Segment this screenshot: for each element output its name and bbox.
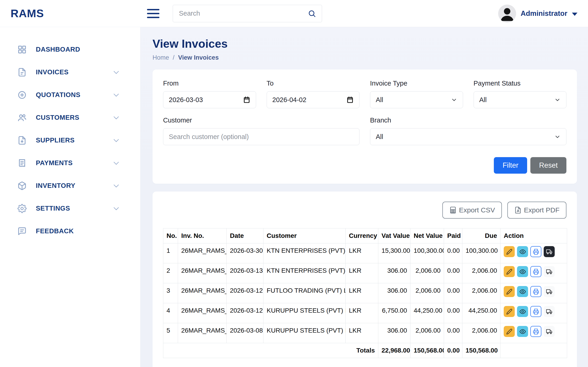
invoice-type-value: All (376, 96, 383, 104)
reset-button[interactable]: Reset (530, 157, 566, 174)
breadcrumb-home-link[interactable]: Home (153, 54, 169, 61)
print-button[interactable] (530, 326, 541, 337)
sidebar-item-label: SETTINGS (36, 205, 70, 212)
edit-button[interactable] (504, 326, 515, 337)
chat-icon (17, 227, 27, 236)
sidebar: DASHBOARD INVOICES QUOTATIONS CUSTOMERS (0, 27, 141, 367)
col-currency: Currency (346, 228, 378, 243)
col-due: Due (462, 228, 501, 243)
sidebar-item-invoices[interactable]: INVOICES (0, 61, 140, 83)
export-pdf-label: Export PDF (524, 206, 560, 214)
print-button[interactable] (530, 246, 541, 257)
gear-icon (17, 204, 27, 213)
plus-circle-icon (17, 90, 27, 100)
export-pdf-button[interactable]: Export PDF (507, 202, 566, 219)
customer-search-input[interactable] (163, 128, 359, 145)
export-csv-button[interactable]: Export CSV (442, 202, 502, 219)
table-row: 3 26MAR_RAMS_6 2026-03-12 FUTLOO TRADING… (163, 283, 567, 303)
file-icon (17, 68, 27, 77)
view-button[interactable] (517, 306, 528, 317)
col-vat-value: Vat Value (378, 228, 410, 243)
totals-label: Totals (163, 343, 378, 358)
col-action: Action (501, 228, 567, 243)
search-icon[interactable] (308, 9, 316, 18)
delivery-button[interactable] (544, 286, 555, 297)
edit-button[interactable] (504, 286, 515, 297)
export-csv-label: Export CSV (459, 206, 495, 214)
chevron-down-icon (451, 97, 457, 103)
payment-status-select[interactable]: All (474, 91, 567, 108)
calendar-icon[interactable] (346, 96, 354, 103)
print-button[interactable] (530, 286, 541, 297)
user-menu[interactable]: Administrator (498, 5, 578, 23)
totals-row: Totals 22,968.00 150,568.00 0.00 150,568… (163, 343, 567, 358)
to-date-input[interactable]: 2026-04-02 (267, 91, 360, 108)
sidebar-item-feedback[interactable]: FEEDBACK (0, 220, 140, 242)
totals-vat: 22,968.00 (378, 343, 410, 358)
file-download-icon (17, 136, 27, 145)
view-button[interactable] (517, 246, 528, 257)
invoice-type-select[interactable]: All (370, 91, 463, 108)
invoice-type-label: Invoice Type (370, 80, 463, 87)
sidebar-item-dashboard[interactable]: DASHBOARD (0, 38, 140, 61)
box-icon (17, 181, 27, 190)
sidebar-item-settings[interactable]: SETTINGS (0, 197, 140, 220)
app-logo: RAMS (10, 7, 44, 19)
main-content: View Invoices Home / View Invoices From … (141, 27, 588, 367)
delivery-button[interactable] (544, 326, 555, 337)
view-button[interactable] (517, 326, 528, 337)
table-row: 1 26MAR_RAMS_7 2026-03-30 KTN ENTERPRISE… (163, 243, 567, 263)
invoices-table-panel: Export CSV Export PDF No. Inv. No. Date (153, 192, 577, 367)
sidebar-item-suppliers[interactable]: SUPPLIERS (0, 129, 140, 152)
sidebar-item-quotations[interactable]: QUOTATIONS (0, 83, 140, 106)
sidebar-item-customers[interactable]: CUSTOMERS (0, 106, 140, 129)
pdf-icon (514, 206, 522, 214)
top-header: RAMS Administrator (0, 0, 588, 27)
sidebar-item-label: QUOTATIONS (36, 91, 80, 99)
to-label: To (267, 80, 360, 87)
calendar-icon[interactable] (243, 96, 250, 103)
sidebar-item-label: INVENTORY (36, 182, 75, 190)
view-button[interactable] (517, 286, 528, 297)
col-net-value: Net Value (410, 228, 444, 243)
delivery-button[interactable] (544, 246, 555, 257)
receipt-icon (17, 158, 27, 168)
totals-net: 150,568.00 (410, 343, 444, 358)
col-date: Date (227, 228, 263, 243)
print-button[interactable] (530, 266, 541, 277)
chevron-down-icon (112, 136, 120, 144)
sidebar-item-payments[interactable]: PAYMENTS (0, 152, 140, 174)
col-no: No. (163, 228, 178, 243)
hamburger-menu-icon[interactable] (147, 9, 159, 18)
sidebar-item-label: SUPPLIERS (36, 136, 75, 144)
totals-due: 150,568.00 (462, 343, 501, 358)
sidebar-item-inventory[interactable]: INVENTORY (0, 174, 140, 197)
edit-button[interactable] (504, 266, 515, 277)
chevron-down-icon (112, 114, 120, 122)
breadcrumb: Home / View Invoices (153, 54, 577, 61)
page-title: View Invoices (153, 37, 577, 50)
sidebar-item-label: INVOICES (36, 68, 69, 76)
table-row: 4 26MAR_RAMS_1 2026-03-12 KURUPPU STEELS… (163, 303, 567, 323)
from-date-input[interactable]: 2026-03-03 (163, 91, 256, 108)
grid-icon (17, 45, 27, 54)
edit-button[interactable] (504, 306, 515, 317)
col-paid: Paid (444, 228, 462, 243)
branch-select[interactable]: All (370, 128, 566, 145)
filter-button[interactable]: Filter (494, 157, 527, 174)
avatar (498, 5, 516, 23)
delivery-button[interactable] (544, 306, 555, 317)
print-button[interactable] (530, 306, 541, 317)
branch-value: All (376, 133, 383, 141)
edit-button[interactable] (504, 246, 515, 257)
search-input[interactable] (173, 5, 322, 22)
sidebar-item-label: CUSTOMERS (36, 114, 79, 121)
view-button[interactable] (517, 266, 528, 277)
payment-status-label: Payment Status (474, 80, 567, 87)
table-row: 5 26MAR_RAMS_5 2026-03-08 KURUPPU STEELS… (163, 323, 567, 343)
delivery-button[interactable] (544, 266, 555, 277)
chevron-down-icon (112, 68, 120, 76)
sidebar-item-label: FEEDBACK (36, 227, 74, 235)
chevron-down-icon (112, 159, 120, 167)
breadcrumb-separator: / (173, 54, 174, 61)
